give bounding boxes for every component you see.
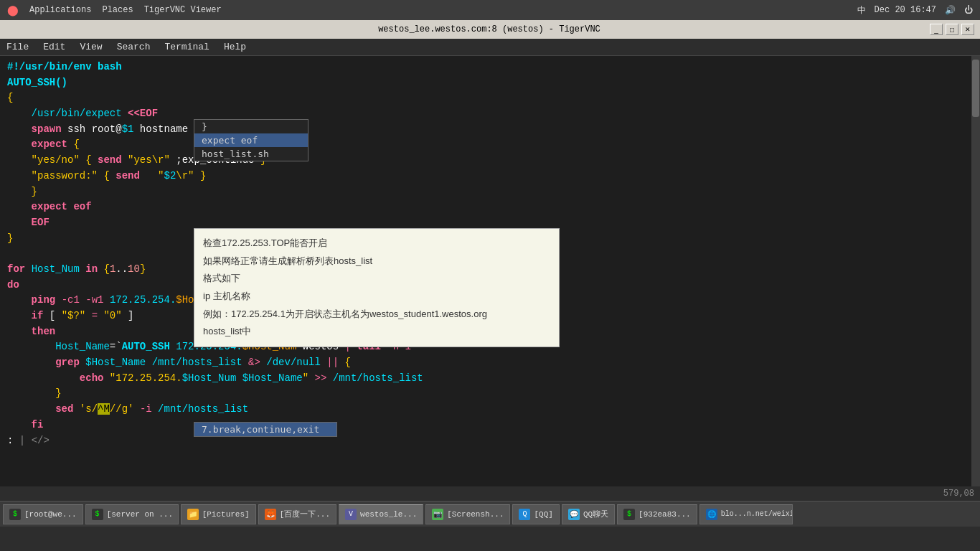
scrollbar-thumb[interactable] <box>972 60 979 117</box>
menu-help[interactable]: Help <box>221 40 249 54</box>
status-bar: 579,08 <box>0 486 980 501</box>
taskbar-icon-7: 💬 <box>568 509 580 520</box>
taskbar-label-4: westos_le... <box>360 510 417 519</box>
code-line-21: sed 's/^M//g' -i /mnt/hosts_list <box>7 402 973 418</box>
taskbar-icon-5: 📷 <box>432 509 443 520</box>
applications-menu[interactable]: Applications <box>29 5 91 15</box>
code-line-19: echo "172.25.254.$Host_Num $Host_Name" >… <box>7 371 973 387</box>
autocomplete-item-hosts[interactable]: host_list.sh <box>194 147 308 161</box>
taskbar-item-0[interactable]: $ [root@we... <box>3 504 83 524</box>
vnc-titlebar: westos_lee.westos.com:8 (westos) - Tiger… <box>0 20 980 39</box>
vnc-title: westos_lee.westos.com:8 (westos) - Tiger… <box>49 24 930 34</box>
code-line-1: #!/usr/bin/env bash <box>7 60 973 75</box>
taskbar-item-7[interactable]: 💬 QQ聊天 <box>562 504 615 524</box>
taskbar-label-9: blo...n.net/weixin_48074689 <box>721 510 793 518</box>
app-indicator: ⬤ <box>7 4 19 17</box>
taskbar-item-5[interactable]: 📷 [Screensh... <box>425 504 510 524</box>
terminal-menubar: File Edit View Search Terminal Help <box>0 39 980 56</box>
taskbar-label-0: [root@we... <box>24 510 77 519</box>
cursor-position: 579,08 <box>943 489 974 499</box>
taskbar-item-6[interactable]: Q [QQ] <box>512 504 559 524</box>
taskbar-icon-6: Q <box>519 509 530 520</box>
autocomplete-item-break[interactable]: 7.break,continue,exit <box>194 423 336 436</box>
menu-edit[interactable]: Edit <box>40 40 68 54</box>
close-button[interactable]: ✕ <box>961 24 974 35</box>
code-line-2: AUTO_SSH() <box>7 75 973 91</box>
minimize-button[interactable]: _ <box>930 24 943 35</box>
taskbar-item-9[interactable]: 🌐 blo...n.net/weixin_48074689 <box>699 504 793 524</box>
system-bar-right: 中 Dec 20 16:47 🔊 ⏻ <box>857 4 973 17</box>
taskbar-label-7: QQ聊天 <box>583 509 608 519</box>
taskbar-label-6: [QQ] <box>534 510 552 519</box>
tooltip-line-5: 例如：172.25.254.1为开启状态主机名为westos_student1.… <box>203 306 550 324</box>
code-line-9: } <box>7 184 973 200</box>
code-line-20: } <box>7 386 973 402</box>
maximize-button[interactable]: □ <box>946 24 958 35</box>
code-line-22: fi <box>7 418 973 433</box>
code-line-10: expect eof <box>7 199 973 215</box>
tooltip-line-6: hosts_list中 <box>203 323 550 341</box>
autocomplete-item-eof[interactable]: expect eof <box>194 133 308 147</box>
code-line-4: /usr/bin/expect <<EOF <box>7 106 973 122</box>
taskbar-label-2: [Pictures] <box>202 510 250 519</box>
taskbar-label-5: [Screensh... <box>447 510 504 519</box>
code-line-6: expect { <box>7 137 973 153</box>
menu-file[interactable]: File <box>4 40 32 54</box>
taskbar-item-1[interactable]: $ [server on ... <box>85 504 179 524</box>
places-menu[interactable]: Places <box>102 5 133 15</box>
taskbar-icon-4: V <box>345 509 357 520</box>
menu-view[interactable]: View <box>77 40 105 54</box>
chinese-tooltip-box: 检查172.25.253.TOP能否开启 如果网络正常请生成解析桥列表hosts… <box>194 228 560 347</box>
language-indicator[interactable]: 中 <box>857 4 866 17</box>
code-line-7: "yes/no" { send "yes\r" ;exp_continue } <box>7 153 973 169</box>
taskbar-icon-0: $ <box>9 509 21 520</box>
taskbar-icon-3: 🦊 <box>265 509 276 520</box>
taskbar-item-2[interactable]: 📁 [Pictures] <box>181 504 256 524</box>
scrollbar[interactable] <box>971 56 980 486</box>
vnc-controls[interactable]: _ □ ✕ <box>930 24 974 35</box>
taskbar-item-8[interactable]: $ [932ea83... <box>617 504 697 524</box>
tooltip-line-3: 格式如下 <box>203 270 550 288</box>
taskbar-icon-2: 📁 <box>187 509 199 520</box>
menu-terminal[interactable]: Terminal <box>161 40 212 54</box>
power-icon[interactable]: ⏻ <box>964 5 973 16</box>
taskbar-icon-1: $ <box>92 509 103 520</box>
taskbar-item-3[interactable]: 🦊 [百度一下... <box>258 504 336 524</box>
code-line-3: { <box>7 90 973 106</box>
tooltip-line-4: ip 主机名称 <box>203 288 550 306</box>
taskbar-icon-9: 🌐 <box>706 509 717 520</box>
taskbar-item-4[interactable]: V westos_le... <box>339 504 423 524</box>
taskbar-label-1: [server on ... <box>107 510 173 519</box>
autocomplete-popup-1[interactable]: } expect eof host_list.sh <box>194 119 308 161</box>
terminal-area[interactable]: #!/usr/bin/env bash AUTO_SSH() { /usr/bi… <box>0 56 980 486</box>
taskbar-label-8: [932ea83... <box>639 510 691 519</box>
menu-search[interactable]: Search <box>114 40 154 54</box>
system-bar: ⬤ Applications Places TigerVNC Viewer 中 … <box>0 0 980 20</box>
tooltip-line-1: 检查172.25.253.TOP能否开启 <box>203 235 550 253</box>
code-prompt: : | </> <box>7 433 973 449</box>
code-line-8: "password:" { send "$2\r" } <box>7 169 973 184</box>
taskbar-icon-8: $ <box>623 509 635 520</box>
code-line-5: spawn ssh root@$1 hostname <box>7 122 973 138</box>
code-line-18: grep $Host_Name /mnt/hosts_list &> /dev/… <box>7 355 973 371</box>
volume-icon[interactable]: 🔊 <box>945 5 956 16</box>
autocomplete-popup-2[interactable]: 7.break,continue,exit <box>194 422 337 437</box>
tooltip-line-2: 如果网络正常请生成解析桥列表hosts_list <box>203 253 550 270</box>
autocomplete-item-brace[interactable]: } <box>194 120 308 133</box>
datetime: Dec 20 16:47 <box>875 5 936 15</box>
tigervnc-menu[interactable]: TigerVNC Viewer <box>144 5 222 15</box>
taskbar-label-3: [百度一下... <box>280 509 330 519</box>
taskbar: $ [root@we... $ [server on ... 📁 [Pictur… <box>0 501 980 527</box>
system-bar-left: ⬤ Applications Places TigerVNC Viewer <box>7 4 222 17</box>
